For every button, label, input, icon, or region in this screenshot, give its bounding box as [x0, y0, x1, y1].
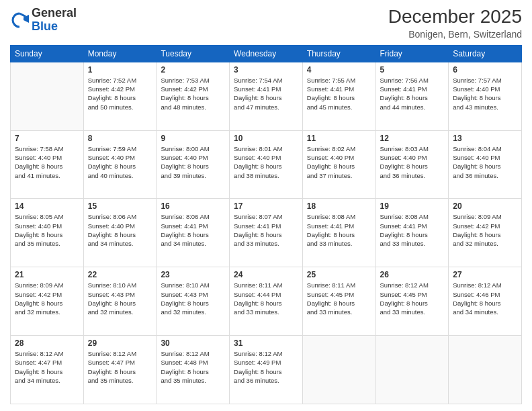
day-number: 11 — [307, 134, 371, 143]
day-number: 8 — [88, 134, 152, 143]
table-cell: 14Sunrise: 8:05 AM Sunset: 4:40 PM Dayli… — [11, 199, 84, 267]
week-row-1: 1Sunrise: 7:52 AM Sunset: 4:42 PM Daylig… — [11, 62, 522, 130]
day-info: Sunrise: 8:05 AM Sunset: 4:40 PM Dayligh… — [15, 212, 79, 248]
table-cell: 18Sunrise: 8:08 AM Sunset: 4:41 PM Dayli… — [302, 199, 375, 267]
col-saturday: Saturday — [449, 45, 522, 62]
table-cell — [375, 336, 449, 404]
table-cell: 24Sunrise: 8:11 AM Sunset: 4:44 PM Dayli… — [230, 267, 303, 336]
day-number: 5 — [380, 65, 445, 75]
logo-text: General Blue — [32, 7, 77, 34]
table-cell: 1Sunrise: 7:52 AM Sunset: 4:42 PM Daylig… — [83, 62, 157, 130]
day-number: 29 — [88, 338, 152, 348]
title-block: December 2025 Bonigen, Bern, Switzerland — [388, 7, 522, 40]
day-number: 13 — [453, 134, 517, 143]
day-info: Sunrise: 7:53 AM Sunset: 4:42 PM Dayligh… — [161, 76, 225, 111]
day-info: Sunrise: 8:01 AM Sunset: 4:40 PM Dayligh… — [234, 144, 298, 180]
day-info: Sunrise: 8:06 AM Sunset: 4:41 PM Dayligh… — [161, 212, 225, 248]
table-cell — [449, 336, 522, 404]
table-cell: 31Sunrise: 8:12 AM Sunset: 4:49 PM Dayli… — [230, 336, 303, 404]
day-number: 28 — [15, 338, 79, 348]
day-info: Sunrise: 8:11 AM Sunset: 4:45 PM Dayligh… — [307, 281, 371, 316]
table-cell: 10Sunrise: 8:01 AM Sunset: 4:40 PM Dayli… — [230, 130, 303, 199]
table-cell: 25Sunrise: 8:11 AM Sunset: 4:45 PM Dayli… — [302, 267, 375, 336]
day-number: 17 — [234, 201, 298, 211]
day-number: 10 — [234, 134, 298, 143]
table-cell: 20Sunrise: 8:09 AM Sunset: 4:42 PM Dayli… — [449, 199, 522, 267]
table-cell: 6Sunrise: 7:57 AM Sunset: 4:40 PM Daylig… — [449, 62, 522, 130]
week-row-5: 28Sunrise: 8:12 AM Sunset: 4:47 PM Dayli… — [11, 336, 522, 404]
day-info: Sunrise: 8:12 AM Sunset: 4:48 PM Dayligh… — [161, 349, 225, 385]
day-info: Sunrise: 8:12 AM Sunset: 4:45 PM Dayligh… — [380, 281, 445, 316]
month-title: December 2025 — [388, 7, 522, 28]
day-info: Sunrise: 8:11 AM Sunset: 4:44 PM Dayligh… — [234, 281, 298, 316]
col-tuesday: Tuesday — [157, 45, 230, 62]
table-cell: 28Sunrise: 8:12 AM Sunset: 4:47 PM Dayli… — [11, 336, 84, 404]
day-info: Sunrise: 8:08 AM Sunset: 4:41 PM Dayligh… — [380, 212, 445, 248]
day-number: 16 — [161, 201, 225, 211]
table-cell — [11, 62, 84, 130]
day-number: 26 — [380, 270, 445, 279]
week-row-3: 14Sunrise: 8:05 AM Sunset: 4:40 PM Dayli… — [11, 199, 522, 267]
table-cell: 29Sunrise: 8:12 AM Sunset: 4:47 PM Dayli… — [83, 336, 157, 404]
table-cell: 2Sunrise: 7:53 AM Sunset: 4:42 PM Daylig… — [157, 62, 230, 130]
day-info: Sunrise: 8:00 AM Sunset: 4:40 PM Dayligh… — [161, 144, 225, 180]
day-info: Sunrise: 7:56 AM Sunset: 4:41 PM Dayligh… — [380, 76, 445, 111]
table-cell: 4Sunrise: 7:55 AM Sunset: 4:41 PM Daylig… — [302, 62, 375, 130]
day-info: Sunrise: 8:07 AM Sunset: 4:41 PM Dayligh… — [234, 212, 298, 248]
table-cell: 21Sunrise: 8:09 AM Sunset: 4:42 PM Dayli… — [11, 267, 84, 336]
day-info: Sunrise: 7:55 AM Sunset: 4:41 PM Dayligh… — [307, 76, 371, 111]
day-info: Sunrise: 8:12 AM Sunset: 4:47 PM Dayligh… — [15, 349, 79, 385]
day-number: 15 — [88, 201, 152, 211]
table-cell: 11Sunrise: 8:02 AM Sunset: 4:40 PM Dayli… — [302, 130, 375, 199]
col-monday: Monday — [83, 45, 157, 62]
day-number: 24 — [234, 270, 298, 279]
table-cell: 16Sunrise: 8:06 AM Sunset: 4:41 PM Dayli… — [157, 199, 230, 267]
table-cell: 26Sunrise: 8:12 AM Sunset: 4:45 PM Dayli… — [375, 267, 449, 336]
day-number: 9 — [161, 134, 225, 143]
table-cell: 5Sunrise: 7:56 AM Sunset: 4:41 PM Daylig… — [375, 62, 449, 130]
day-info: Sunrise: 7:52 AM Sunset: 4:42 PM Dayligh… — [88, 76, 152, 111]
day-info: Sunrise: 7:59 AM Sunset: 4:40 PM Dayligh… — [88, 144, 152, 180]
day-info: Sunrise: 7:58 AM Sunset: 4:40 PM Dayligh… — [15, 144, 79, 180]
day-info: Sunrise: 7:54 AM Sunset: 4:41 PM Dayligh… — [234, 76, 298, 111]
col-wednesday: Wednesday — [230, 45, 303, 62]
location: Bonigen, Bern, Switzerland — [388, 29, 522, 40]
day-number: 19 — [380, 201, 445, 211]
day-number: 4 — [307, 65, 371, 75]
logo-icon — [10, 11, 29, 30]
day-number: 21 — [15, 270, 79, 279]
day-number: 12 — [380, 134, 445, 143]
day-number: 22 — [88, 270, 152, 279]
week-row-2: 7Sunrise: 7:58 AM Sunset: 4:40 PM Daylig… — [11, 130, 522, 199]
day-info: Sunrise: 8:12 AM Sunset: 4:49 PM Dayligh… — [234, 349, 298, 385]
day-number: 1 — [88, 65, 152, 75]
day-info: Sunrise: 8:02 AM Sunset: 4:40 PM Dayligh… — [307, 144, 371, 180]
table-cell: 12Sunrise: 8:03 AM Sunset: 4:40 PM Dayli… — [375, 130, 449, 199]
col-friday: Friday — [375, 45, 449, 62]
table-cell: 30Sunrise: 8:12 AM Sunset: 4:48 PM Dayli… — [157, 336, 230, 404]
day-info: Sunrise: 8:03 AM Sunset: 4:40 PM Dayligh… — [380, 144, 445, 180]
day-number: 18 — [307, 201, 371, 211]
table-cell: 19Sunrise: 8:08 AM Sunset: 4:41 PM Dayli… — [375, 199, 449, 267]
table-cell: 22Sunrise: 8:10 AM Sunset: 4:43 PM Dayli… — [83, 267, 157, 336]
day-info: Sunrise: 8:12 AM Sunset: 4:46 PM Dayligh… — [453, 281, 517, 316]
week-row-4: 21Sunrise: 8:09 AM Sunset: 4:42 PM Dayli… — [11, 267, 522, 336]
day-number: 7 — [15, 134, 79, 143]
table-cell: 7Sunrise: 7:58 AM Sunset: 4:40 PM Daylig… — [11, 130, 84, 199]
day-number: 20 — [453, 201, 517, 211]
day-number: 30 — [161, 338, 225, 348]
day-number: 23 — [161, 270, 225, 279]
table-cell: 17Sunrise: 8:07 AM Sunset: 4:41 PM Dayli… — [230, 199, 303, 267]
logo: General Blue — [10, 7, 77, 34]
table-cell: 15Sunrise: 8:06 AM Sunset: 4:40 PM Dayli… — [83, 199, 157, 267]
header: General Blue December 2025 Bonigen, Bern… — [10, 7, 522, 40]
day-info: Sunrise: 8:09 AM Sunset: 4:42 PM Dayligh… — [453, 212, 517, 248]
col-sunday: Sunday — [11, 45, 84, 62]
table-cell — [302, 336, 375, 404]
day-number: 31 — [234, 338, 298, 348]
table-cell: 8Sunrise: 7:59 AM Sunset: 4:40 PM Daylig… — [83, 130, 157, 199]
logo-blue: Blue — [32, 19, 58, 33]
day-info: Sunrise: 8:10 AM Sunset: 4:43 PM Dayligh… — [88, 281, 152, 316]
calendar-table: Sunday Monday Tuesday Wednesday Thursday… — [10, 45, 522, 404]
table-cell: 23Sunrise: 8:10 AM Sunset: 4:43 PM Dayli… — [157, 267, 230, 336]
